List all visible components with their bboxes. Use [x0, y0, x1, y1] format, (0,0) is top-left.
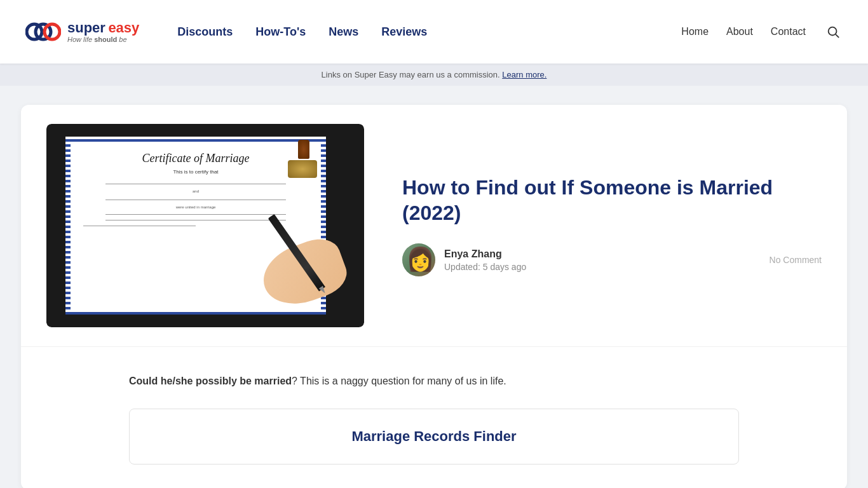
nav-about[interactable]: About: [726, 26, 753, 37]
main-content: Certificate of Marriage This is to certi…: [8, 105, 860, 488]
logo-text: super easy How life should be: [67, 20, 139, 43]
hero-content: How to Find out If Someone is Married (2…: [402, 175, 822, 276]
marriage-records-box: Marriage Records Finder: [129, 409, 739, 464]
primary-nav: Discounts How-To's News Reviews: [177, 25, 681, 39]
nav-home[interactable]: Home: [681, 26, 709, 37]
hero-section: Certificate of Marriage This is to certi…: [21, 105, 847, 346]
author-info: Enya Zhang Updated: 5 days ago: [402, 243, 526, 276]
box-title: Marriage Records Finder: [155, 428, 713, 445]
updated-date: Updated: 5 days ago: [444, 262, 526, 272]
nav-contact[interactable]: Contact: [771, 26, 806, 37]
search-icon: [826, 25, 840, 39]
intro-rest: ? This is a naggy question for many of u…: [292, 376, 506, 386]
commission-text: Links on Super Easy may earn us a commis…: [322, 70, 500, 79]
secondary-nav: Home About Contact: [681, 22, 843, 41]
comment-count: No Comment: [770, 255, 822, 265]
logo-icon: [25, 14, 61, 50]
article-card: Certificate of Marriage This is to certi…: [21, 105, 847, 488]
avatar-image: [402, 243, 435, 276]
author-name: Enya Zhang: [444, 248, 526, 260]
svg-point-3: [829, 27, 837, 36]
author-details: Enya Zhang Updated: 5 days ago: [444, 248, 526, 272]
nav-howtos[interactable]: How-To's: [255, 25, 306, 39]
commission-bar: Links on Super Easy may earn us a commis…: [0, 64, 868, 86]
certificate-image: Certificate of Marriage This is to certi…: [46, 124, 364, 327]
cert-title: Certificate of Marriage: [142, 152, 250, 165]
logo-super: super: [67, 20, 105, 36]
nav-discounts[interactable]: Discounts: [177, 25, 233, 39]
article-body: Could he/she possibly be married? This i…: [21, 346, 847, 488]
nav-news[interactable]: News: [329, 25, 358, 39]
search-button[interactable]: [824, 22, 843, 41]
intro-bold: Could he/she possibly be married: [129, 376, 292, 386]
site-header: super easy How life should be Discounts …: [0, 0, 868, 64]
article-title: How to Find out If Someone is Married (2…: [402, 175, 822, 226]
logo-tagline: How life should be: [67, 36, 139, 43]
nav-reviews[interactable]: Reviews: [381, 25, 427, 39]
wax-stamp: [288, 140, 320, 184]
author-avatar: [402, 243, 435, 276]
hero-image: Certificate of Marriage This is to certi…: [46, 124, 364, 327]
svg-line-4: [836, 34, 839, 37]
intro-paragraph: Could he/she possibly be married? This i…: [129, 372, 739, 390]
learn-more-link[interactable]: Learn more.: [502, 70, 546, 79]
author-row: Enya Zhang Updated: 5 days ago No Commen…: [402, 243, 822, 276]
site-logo[interactable]: super easy How life should be: [25, 14, 139, 50]
logo-easy: easy: [108, 20, 139, 36]
